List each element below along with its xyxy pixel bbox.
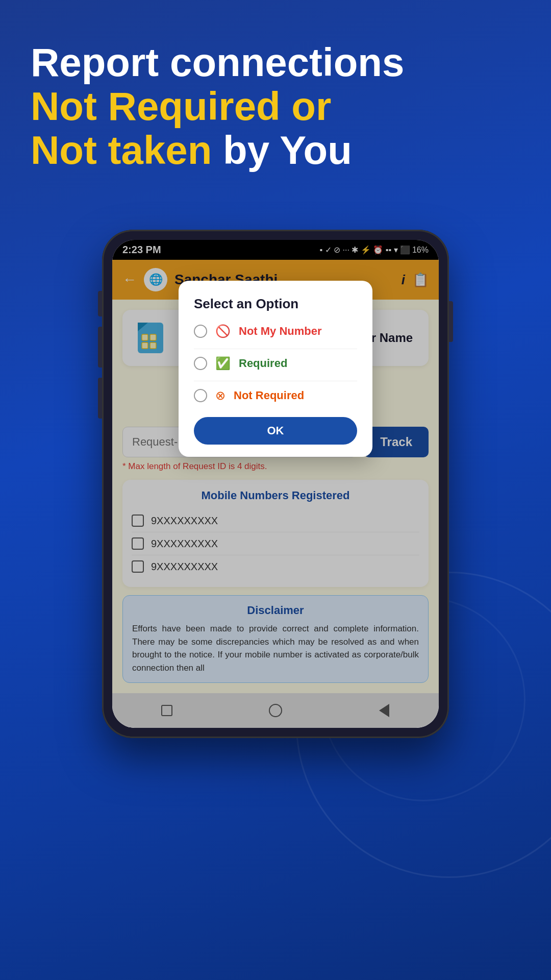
headline-section: Report connections Not Required or Not t… [31, 41, 520, 172]
option-row-required[interactable]: ✅ Required [194, 356, 357, 371]
ok-button[interactable]: OK [194, 417, 357, 445]
headline-line3-white: by You [212, 128, 352, 173]
dialog-overlay: Select an Option 🚫 Not My Number ✅ Requi… [112, 240, 439, 728]
power-button [449, 301, 453, 342]
not-required-icon: ⊗ [215, 388, 226, 403]
headline-line3-yellow: Not taken [31, 128, 212, 173]
required-label: Required [239, 357, 287, 370]
dialog-separator-2 [194, 381, 357, 381]
headline-line2: Not Required or [31, 85, 520, 129]
volume-up-button [98, 327, 102, 368]
required-icon: ✅ [215, 356, 231, 371]
dialog-title: Select an Option [194, 296, 357, 312]
phone-mockup: 2:23 PM ▪ ✓ ⊘ ··· ✱ ⚡ ⏰ ▪▪ ▾ ⬛ 16% ← 🌐 S… [102, 230, 449, 738]
headline-line3: Not taken by You [31, 129, 520, 173]
option-row-not-required[interactable]: ⊗ Not Required [194, 388, 357, 403]
not-required-label: Not Required [234, 389, 304, 402]
option-row-not-my-number[interactable]: 🚫 Not My Number [194, 324, 357, 338]
phone-screen: 2:23 PM ▪ ✓ ⊘ ··· ✱ ⚡ ⏰ ▪▪ ▾ ⬛ 16% ← 🌐 S… [112, 240, 439, 728]
headline-line1: Report connections [31, 41, 520, 85]
dialog-separator-1 [194, 349, 357, 349]
radio-not-required[interactable] [194, 389, 207, 402]
radio-not-my-number[interactable] [194, 325, 207, 338]
phone-frame: 2:23 PM ▪ ✓ ⊘ ··· ✱ ⚡ ⏰ ▪▪ ▾ ⬛ 16% ← 🌐 S… [102, 230, 449, 738]
volume-down-button [98, 378, 102, 419]
mute-button [98, 291, 102, 316]
select-option-dialog: Select an Option 🚫 Not My Number ✅ Requi… [179, 281, 372, 457]
radio-required[interactable] [194, 357, 207, 370]
not-my-number-icon: 🚫 [215, 324, 231, 338]
not-my-number-label: Not My Number [239, 325, 322, 338]
